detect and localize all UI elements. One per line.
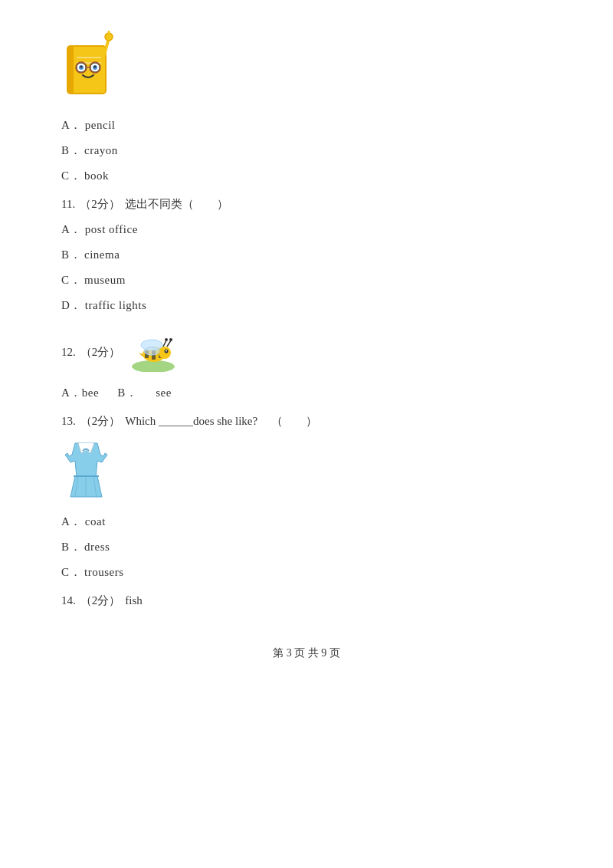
option-text-a: pencil — [85, 119, 116, 132]
question-11: 11. （2分） 选出不同类（ ） — [61, 197, 552, 212]
q11-text: 选出不同类（ ） — [125, 197, 228, 212]
book-mascot-image — [61, 31, 552, 103]
option-13-label-a: A． — [61, 515, 82, 529]
q11-points: （2分） — [80, 197, 120, 212]
option-11-label-a: A． — [61, 222, 82, 237]
option-11-text-c: museum — [84, 274, 126, 287]
option-13-text-a: coat — [85, 515, 106, 528]
option-12-text-a: bee — [82, 386, 99, 399]
option-12-text-b: see — [156, 386, 172, 399]
option-label-b: B． — [61, 143, 81, 158]
q13-bracket: （ ） — [271, 414, 317, 429]
svg-point-24 — [166, 350, 167, 352]
option-c-book: C． book — [61, 169, 552, 183]
svg-point-17 — [132, 360, 175, 372]
q14-points: （2分） — [80, 593, 121, 608]
q14-text: fish — [125, 594, 143, 607]
question-12: 12. （2分） — [61, 330, 552, 375]
svg-marker-31 — [139, 353, 143, 357]
svg-point-7 — [80, 66, 83, 68]
question-13: 13. （2分） Which ______does she like? （ ） — [61, 414, 552, 429]
svg-point-12 — [105, 33, 113, 41]
option-11-label-d: D． — [61, 298, 82, 313]
q14-number: 14. — [61, 594, 76, 607]
option-13-label-b: B． — [61, 540, 81, 554]
q13-text: Which ______does she like? — [125, 415, 257, 428]
q13-number: 13. — [61, 415, 76, 428]
option-13-text-c: trousers — [84, 566, 124, 579]
option-13-a: A． coat — [61, 515, 552, 529]
options-12-row: A． bee B． see — [61, 386, 552, 400]
option-11-b: B． cinema — [61, 248, 552, 262]
option-13-text-b: dress — [84, 541, 110, 554]
option-11-label-c: C． — [61, 273, 81, 288]
svg-point-26 — [165, 338, 168, 341]
svg-point-30 — [144, 347, 159, 355]
bee-image — [125, 330, 182, 375]
option-text-b: crayon — [84, 144, 118, 157]
option-11-text-a: post office — [85, 223, 138, 236]
q13-points: （2分） — [80, 414, 121, 429]
page-content: A． pencil B． crayon C． book 11. （2分） 选出不… — [0, 0, 613, 706]
option-label-a: A． — [61, 118, 82, 133]
option-11-c: C． museum — [61, 273, 552, 288]
option-13-c: C． trousers — [61, 565, 552, 580]
q12-number: 12. — [61, 346, 76, 359]
svg-rect-1 — [67, 46, 74, 94]
option-13-label-c: C． — [61, 565, 81, 580]
option-11-a: A． post office — [61, 222, 552, 237]
q12-points: （2分） — [80, 345, 121, 360]
option-text-c: book — [84, 169, 109, 182]
svg-point-28 — [169, 338, 172, 341]
q11-number: 11. — [61, 198, 75, 211]
option-12-label-a: A． — [61, 386, 82, 400]
svg-line-27 — [167, 340, 171, 347]
option-11-text-d: traffic lights — [85, 299, 146, 312]
option-label-c: C． — [61, 169, 81, 183]
option-11-d: D． traffic lights — [61, 298, 552, 313]
option-11-text-b: cinema — [84, 248, 120, 261]
question-14: 14. （2分） fish — [61, 593, 552, 608]
dress-image — [61, 439, 552, 504]
footer-text: 第 3 页 共 9 页 — [273, 647, 340, 659]
option-b-crayon: B． crayon — [61, 143, 552, 158]
option-13-b: B． dress — [61, 540, 552, 554]
option-12-label-b: B． — [117, 386, 137, 400]
svg-point-10 — [94, 66, 97, 68]
page-footer: 第 3 页 共 9 页 — [61, 646, 552, 660]
option-11-label-b: B． — [61, 248, 81, 262]
option-a-pencil: A． pencil — [61, 118, 552, 133]
svg-line-25 — [163, 340, 166, 347]
